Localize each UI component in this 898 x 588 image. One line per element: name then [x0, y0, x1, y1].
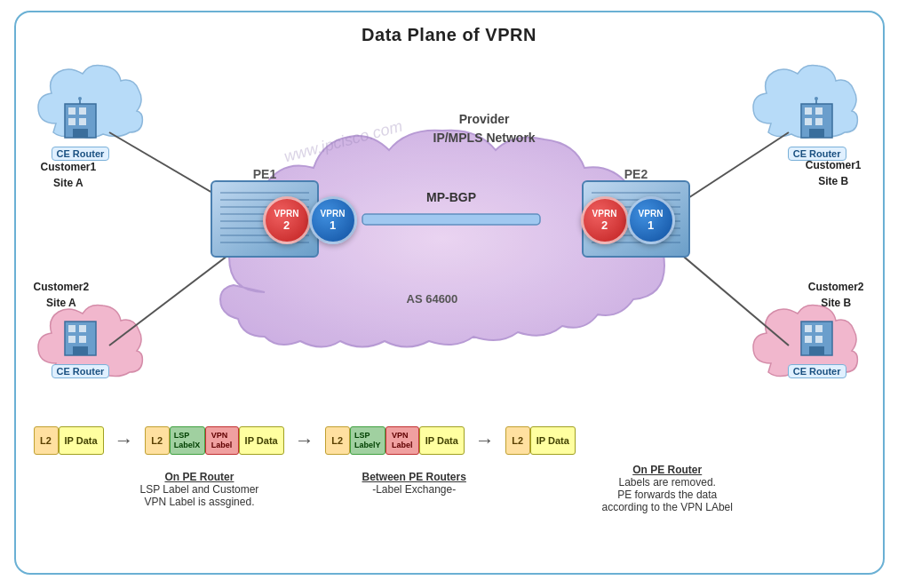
pkt-ipdata-4: IP Data	[530, 426, 576, 455]
svg-text:MP-BGP: MP-BGP	[426, 190, 476, 204]
pkt-l2-1: L2	[34, 426, 59, 455]
pkt-vpn-2: VPNLabel	[205, 426, 239, 455]
annot-between-pe-text: -Label Exchange-	[362, 483, 466, 496]
outer-container: Data Plane of VPRN www.ipcisco.com Provi…	[14, 11, 885, 575]
vprn1-blue-pe1: VPRN 1	[309, 196, 357, 244]
svg-line-30	[673, 132, 789, 208]
annotation-pe-right: On PE Router Labels are removed.PE forwa…	[602, 464, 733, 513]
annot-pe-right-text: Labels are removed.PE forwards the dataa…	[602, 476, 733, 513]
annot-pe-left-text: LSP Label and CustomerVPN Label is assgi…	[140, 483, 259, 508]
pkt-l2-4: L2	[505, 426, 530, 455]
annot-pe-left-title: On PE Router	[140, 471, 259, 483]
vprn2-red-pe1: VPRN 2	[263, 196, 311, 244]
annot-between-pe-title: Between PE Routers	[362, 471, 466, 483]
annot-pe-right-title: On PE Router	[602, 464, 733, 476]
connections-svg: PE1 PE2 MP-BGP	[25, 52, 878, 434]
svg-text:PE1: PE1	[252, 167, 276, 181]
pkt-vpn-3: VPNLabel	[385, 426, 419, 455]
annotation-pe-left: On PE Router LSP Label and CustomerVPN L…	[140, 471, 259, 508]
page-title: Data Plane of VPRN	[16, 12, 883, 45]
pkt-lsp-y: LSPLabelY	[350, 426, 385, 455]
annotation-between-pe: Between PE Routers -Label Exchange-	[362, 471, 466, 496]
pkt-l2-3: L2	[325, 426, 350, 455]
packet-group-4: L2 IP Data	[505, 426, 576, 455]
packet-row: L2 IP Data → L2 LSPLabelX VPNLabel IP Da…	[34, 426, 576, 455]
pkt-ipdata-2: IP Data	[239, 426, 284, 455]
packet-group-3: L2 LSPLabelY VPNLabel IP Data	[325, 426, 465, 455]
packet-group-2: L2 LSPLabelX VPNLabel IP Data	[145, 426, 284, 455]
arrow-3: →	[475, 429, 495, 452]
pkt-ipdata-1: IP Data	[59, 426, 104, 455]
arrow-2: →	[295, 429, 314, 452]
packet-flow-section: L2 IP Data → L2 LSPLabelX VPNLabel IP Da…	[34, 426, 860, 564]
svg-line-29	[109, 248, 238, 346]
diagram: www.ipcisco.com ProviderIP/MPLS Network …	[25, 52, 878, 434]
vprn1-blue-pe2: VPRN 1	[627, 196, 675, 244]
pkt-ipdata-3: IP Data	[419, 426, 465, 455]
svg-text:PE2: PE2	[624, 167, 648, 181]
pkt-l2-2: L2	[145, 426, 170, 455]
pkt-lsp-x: LSPLabelX	[170, 426, 205, 455]
arrow-1: →	[115, 429, 134, 452]
svg-line-31	[673, 248, 789, 346]
svg-rect-52	[362, 214, 540, 225]
vprn2-red-pe2: VPRN 2	[581, 196, 629, 244]
packet-group-1: L2 IP Data	[34, 426, 104, 455]
